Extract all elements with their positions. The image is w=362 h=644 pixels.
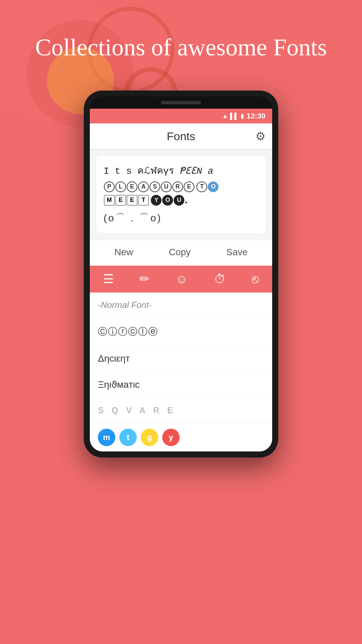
char-O-filled: O xyxy=(162,195,173,206)
phone-screen: ▲ ▌▌ ▮ 12:30 Fonts ⚙ I t s คℒฬคγร ⱣƐƐΝ a… xyxy=(90,109,272,451)
app-icon-blue[interactable]: m xyxy=(98,429,115,446)
app-icon-red-label: y xyxy=(169,433,173,442)
char-P: P xyxy=(104,181,115,192)
signal-icon: ▌▌ xyxy=(230,113,239,120)
font-list: -Normal Font- Ⓒⓘⓡⓒⓛⓔ Δηcιεηт Ξηιϑмaтιc S… xyxy=(90,292,272,451)
status-icons: ▲ ▌▌ ▮ xyxy=(222,112,244,120)
phone-mockup: ▲ ▌▌ ▮ 12:30 Fonts ⚙ I t s คℒฬคγร ⱣƐƐΝ a… xyxy=(84,91,278,458)
char-E4: E xyxy=(127,195,137,206)
tab-history-icon[interactable]: ⏱ xyxy=(210,269,229,289)
copy-button[interactable]: Copy xyxy=(159,245,200,260)
app-icons-row: m t g y xyxy=(90,423,272,451)
char-T: T xyxy=(196,181,207,192)
font-label-normal: -Normal Font- xyxy=(98,300,152,310)
char-E: E xyxy=(127,181,137,192)
app-title: Fonts xyxy=(167,130,195,143)
battery-icon: ▮ xyxy=(241,112,244,120)
save-button[interactable]: Save xyxy=(216,245,258,260)
char-U: U xyxy=(161,181,172,192)
char-L: L xyxy=(115,181,126,192)
font-label-circle: Ⓒⓘⓡⓒⓛⓔ xyxy=(98,326,158,337)
tab-emoji-icon[interactable]: ☺ xyxy=(172,269,191,289)
status-time: 12:30 xyxy=(247,112,265,120)
settings-icon[interactable]: ⚙ xyxy=(255,129,265,143)
char-Y-filled: Y xyxy=(151,195,162,206)
wifi-icon: ▲ xyxy=(222,113,228,120)
action-buttons-row: New Copy Save xyxy=(90,240,272,266)
preview-line2: P L E A S U R E T O xyxy=(104,181,258,193)
preview-line3: M E E T Y O U . xyxy=(104,195,258,206)
app-icon-red[interactable]: y xyxy=(162,429,180,446)
preview-line1: I t s คℒฬคγร ⱣƐƐΝ a xyxy=(104,164,258,179)
status-bar: ▲ ▌▌ ▮ 12:30 xyxy=(90,109,272,123)
tab-bar: ☰ ✏ ☺ ⏱ ⎋ xyxy=(90,266,272,292)
font-item-enigmatic[interactable]: Ξηιϑмaтιc xyxy=(90,372,272,398)
phone-speaker xyxy=(161,101,201,104)
tab-edit-icon[interactable]: ✏ xyxy=(136,269,153,289)
font-label-ancient: Δηcιεηт xyxy=(98,353,130,364)
font-item-circle[interactable]: Ⓒⓘⓡⓒⓛⓔ xyxy=(90,318,272,346)
font-label-square: S Q V A R E xyxy=(98,405,176,415)
tab-share-icon[interactable]: ⎋ xyxy=(248,269,262,289)
char-O-blue: O xyxy=(208,181,219,192)
phone-notch xyxy=(90,97,272,109)
app-icon-lightblue[interactable]: t xyxy=(119,429,137,446)
char-A: A xyxy=(138,181,149,192)
period: . xyxy=(185,195,187,206)
emoticon: (o⌒ . ⌒o) xyxy=(104,211,258,225)
font-item-ancient[interactable]: Δηcιεηт xyxy=(90,346,272,372)
char-S: S xyxy=(149,181,160,192)
char-U-filled: U xyxy=(174,195,184,206)
text-preview-box: I t s คℒฬคγร ⱣƐƐΝ a P L E A S U R E T O … xyxy=(96,156,266,233)
new-button[interactable]: New xyxy=(104,245,143,260)
font-item-normal[interactable]: -Normal Font- xyxy=(90,292,272,318)
char-R: R xyxy=(172,181,183,192)
char-E2: E xyxy=(184,181,194,192)
app-icon-yellow-label: g xyxy=(147,433,152,442)
font-label-enigmatic: Ξηιϑмaтιc xyxy=(98,379,140,390)
char-T2: T xyxy=(138,195,149,206)
char-E3: E xyxy=(115,195,126,206)
app-icon-lightblue-label: t xyxy=(127,433,129,442)
app-icon-yellow[interactable]: g xyxy=(141,429,158,446)
app-header: Fonts ⚙ xyxy=(90,123,272,149)
hero-title: Collections of awesome Fonts xyxy=(0,34,362,61)
char-M: M xyxy=(104,195,115,206)
app-icon-blue-label: m xyxy=(103,433,110,442)
tab-list-icon[interactable]: ☰ xyxy=(100,269,117,289)
font-item-square[interactable]: S Q V A R E xyxy=(90,398,272,423)
